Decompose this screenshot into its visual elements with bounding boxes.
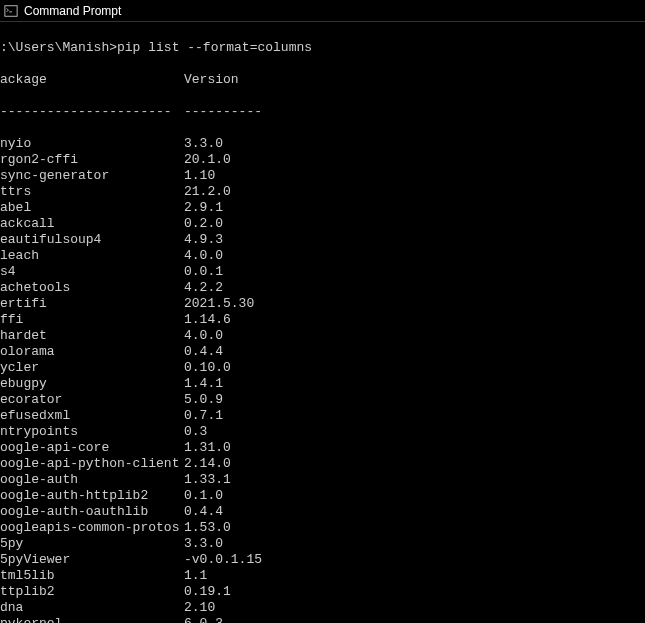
package-row: abel2.9.1 (0, 200, 645, 216)
package-version: 0.4.4 (184, 504, 223, 520)
package-row: ertifi2021.5.30 (0, 296, 645, 312)
package-row: tml5lib1.1 (0, 568, 645, 584)
package-name: ebugpy (0, 376, 184, 392)
package-row: efusedxml0.7.1 (0, 408, 645, 424)
package-row: olorama0.4.4 (0, 344, 645, 360)
package-name: ntrypoints (0, 424, 184, 440)
package-row: 5pyViewer-v0.0.1.15 (0, 552, 645, 568)
package-name: ertifi (0, 296, 184, 312)
package-row: oogle-auth1.33.1 (0, 472, 645, 488)
package-row: ebugpy1.4.1 (0, 376, 645, 392)
package-row: ycler0.10.0 (0, 360, 645, 376)
package-row: 5py3.3.0 (0, 536, 645, 552)
package-name: nyio (0, 136, 184, 152)
package-name: rgon2-cffi (0, 152, 184, 168)
package-name: oogle-auth (0, 472, 184, 488)
package-row: oogle-auth-oauthlib0.4.4 (0, 504, 645, 520)
header-version: Version (184, 72, 239, 88)
package-version: 0.4.4 (184, 344, 223, 360)
package-name: 5py (0, 536, 184, 552)
package-row: ntrypoints0.3 (0, 424, 645, 440)
separator-row: -------------------------------- (0, 104, 645, 120)
package-version: -v0.0.1.15 (184, 552, 262, 568)
package-version: 2.14.0 (184, 456, 231, 472)
package-row: s40.0.1 (0, 264, 645, 280)
package-name: efusedxml (0, 408, 184, 424)
package-name: olorama (0, 344, 184, 360)
svg-rect-0 (5, 5, 17, 16)
package-name: ackcall (0, 216, 184, 232)
package-version: 2.9.1 (184, 200, 223, 216)
package-version: 0.0.1 (184, 264, 223, 280)
package-version: 1.14.6 (184, 312, 231, 328)
package-name: oogleapis-common-protos (0, 520, 184, 536)
separator-version: ---------- (184, 104, 262, 120)
package-version: 1.4.1 (184, 376, 223, 392)
package-name: sync-generator (0, 168, 184, 184)
package-version: 21.2.0 (184, 184, 231, 200)
package-version: 0.2.0 (184, 216, 223, 232)
package-version: 1.1 (184, 568, 207, 584)
separator-package: ---------------------- (0, 104, 184, 120)
package-version: 1.33.1 (184, 472, 231, 488)
package-name: hardet (0, 328, 184, 344)
package-name: oogle-auth-oauthlib (0, 504, 184, 520)
package-row: oogle-api-core1.31.0 (0, 440, 645, 456)
package-name: oogle-api-core (0, 440, 184, 456)
package-row: oogle-api-python-client2.14.0 (0, 456, 645, 472)
package-version: 0.10.0 (184, 360, 231, 376)
package-row: eautifulsoup44.9.3 (0, 232, 645, 248)
package-version: 1.10 (184, 168, 215, 184)
package-version: 4.0.0 (184, 328, 223, 344)
header-row: ackageVersion (0, 72, 645, 88)
package-version: 6.0.3 (184, 616, 223, 623)
package-row: hardet4.0.0 (0, 328, 645, 344)
package-name: 5pyViewer (0, 552, 184, 568)
header-package: ackage (0, 72, 184, 88)
package-version: 0.7.1 (184, 408, 223, 424)
package-name: oogle-api-python-client (0, 456, 184, 472)
titlebar[interactable]: Command Prompt (0, 0, 645, 22)
package-row: ttrs21.2.0 (0, 184, 645, 200)
package-name: s4 (0, 264, 184, 280)
package-name: ycler (0, 360, 184, 376)
package-name: leach (0, 248, 184, 264)
package-row: ffi1.14.6 (0, 312, 645, 328)
package-name: achetools (0, 280, 184, 296)
package-name: ffi (0, 312, 184, 328)
package-version: 0.1.0 (184, 488, 223, 504)
package-row: achetools4.2.2 (0, 280, 645, 296)
package-row: pykernel6.0.3 (0, 616, 645, 623)
package-version: 20.1.0 (184, 152, 231, 168)
package-name: ecorator (0, 392, 184, 408)
package-row: ecorator5.0.9 (0, 392, 645, 408)
package-version: 3.3.0 (184, 536, 223, 552)
package-list: nyio3.3.0rgon2-cffi20.1.0sync-generator1… (0, 136, 645, 623)
package-version: 4.2.2 (184, 280, 223, 296)
package-name: oogle-auth-httplib2 (0, 488, 184, 504)
package-name: dna (0, 600, 184, 616)
package-version: 2021.5.30 (184, 296, 254, 312)
package-version: 4.0.0 (184, 248, 223, 264)
cmd-icon (4, 4, 18, 18)
package-version: 0.19.1 (184, 584, 231, 600)
package-name: pykernel (0, 616, 184, 623)
terminal-output[interactable]: :\Users\Manish>pip list --format=columns… (0, 22, 645, 623)
package-row: rgon2-cffi20.1.0 (0, 152, 645, 168)
prompt-line: :\Users\Manish>pip list --format=columns (0, 40, 645, 56)
package-row: nyio3.3.0 (0, 136, 645, 152)
package-name: abel (0, 200, 184, 216)
package-row: oogle-auth-httplib20.1.0 (0, 488, 645, 504)
package-row: sync-generator1.10 (0, 168, 645, 184)
package-row: dna2.10 (0, 600, 645, 616)
package-version: 2.10 (184, 600, 215, 616)
package-version: 0.3 (184, 424, 207, 440)
package-version: 3.3.0 (184, 136, 223, 152)
window-title: Command Prompt (24, 4, 121, 18)
package-version: 4.9.3 (184, 232, 223, 248)
package-row: oogleapis-common-protos1.53.0 (0, 520, 645, 536)
package-row: ttplib20.19.1 (0, 584, 645, 600)
package-version: 5.0.9 (184, 392, 223, 408)
package-name: eautifulsoup4 (0, 232, 184, 248)
package-version: 1.53.0 (184, 520, 231, 536)
